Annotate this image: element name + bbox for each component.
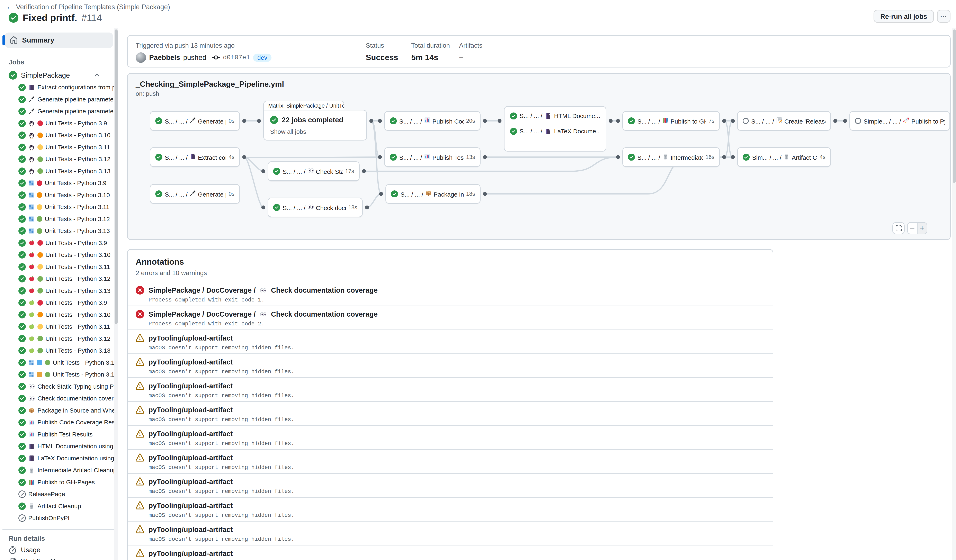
divider: [2, 53, 115, 53]
sidebar-job-row[interactable]: Generate pipeline parameters: [0, 94, 118, 105]
docs-group-row[interactable]: S... / ... / HTML Docume...55s: [510, 111, 600, 121]
annotation-title[interactable]: pyTooling/upload-artifact: [136, 382, 765, 390]
matrix-tab[interactable]: Matrix: SimplePackage / UnitTest...: [263, 100, 344, 110]
graph-node-check-doc[interactable]: S... / ... / Check docume...18s: [267, 198, 363, 217]
sidebar-job-row[interactable]: Unit Tests - Python 3.13: [0, 225, 118, 237]
commit-sha-link[interactable]: d0f07e1: [223, 54, 250, 61]
sidebar-job-row[interactable]: Unit Tests - Python 3.10: [0, 249, 118, 261]
sidebar-job-row[interactable]: Unit Tests - Python 3.12: [0, 333, 118, 345]
page-scrollbar[interactable]: [952, 28, 956, 560]
sidebar-job-row[interactable]: Publish Test Results: [0, 428, 118, 441]
graph-node-pypi[interactable]: Simple... / ... / Publish to PyPI: [849, 111, 950, 131]
graph-node-cleanup-int[interactable]: S... / ... / Intermediate A...16s: [622, 147, 720, 167]
sidebar-job-row[interactable]: Unit Tests - Python 3.10: [0, 129, 118, 141]
sidebar-job-row[interactable]: Publish Code Coverage Results: [0, 416, 118, 428]
sidebar-job-row[interactable]: Unit Tests - Python 3.12: [0, 273, 118, 285]
sidebar-item-usage[interactable]: Usage: [9, 546, 118, 554]
job-label: Unit Tests - Python 3.13: [46, 347, 110, 354]
check12-icon: [19, 227, 26, 235]
sidebar-scrollbar[interactable]: [114, 28, 118, 560]
node-prefix: S... / ... /: [165, 118, 189, 125]
annotation-title[interactable]: pyTooling/upload-artifact: [136, 525, 765, 534]
duration-value: 5m 14s: [411, 53, 450, 62]
sidebar-job-row[interactable]: Unit Tests - Python 3.11: [0, 261, 118, 273]
rerun-all-jobs-button[interactable]: Re-run all jobs: [874, 10, 934, 23]
graph-node-ghpages[interactable]: S... / ... / Publish to GH-P...7s: [622, 111, 720, 131]
sidebar-job-row[interactable]: PublishOnPyPI: [0, 512, 118, 524]
graph-node-package[interactable]: S... / ... / Package in Sou...18s: [385, 184, 481, 204]
sidebar-job-row[interactable]: Unit Tests - Python 3.9: [0, 177, 118, 189]
sidebar-job-row[interactable]: Unit Tests - Python 3.9: [0, 237, 118, 249]
annotation-title[interactable]: pyTooling/upload-artifact: [136, 430, 765, 438]
sidebar-job-row[interactable]: ReleasePage: [0, 488, 118, 500]
annotation-title[interactable]: SimplePackage / DocCoverage / Check docu…: [136, 286, 765, 295]
sidebar-job-row[interactable]: Unit Tests - Python 3.11: [0, 321, 118, 333]
annotation-title[interactable]: pyTooling/upload-artifact: [136, 549, 765, 558]
kebab-menu-button[interactable]: ⋯: [937, 10, 950, 23]
sidebar-item-workflow-file[interactable]: Workflow file: [9, 558, 118, 560]
sidebar-job-row[interactable]: Unit Tests - Python 3.12: [0, 357, 118, 369]
back-link[interactable]: ← Verification of Pipeline Templates (Si…: [6, 3, 170, 11]
sidebar-job-row[interactable]: Unit Tests - Python 3.11: [0, 201, 118, 213]
sidebar-item-summary[interactable]: Summary: [5, 33, 113, 48]
sidebar-job-row[interactable]: Unit Tests - Python 3.12: [0, 369, 118, 381]
show-all-jobs-link[interactable]: Show all jobs: [270, 128, 360, 135]
avatar[interactable]: [136, 52, 146, 63]
sidebar-job-row[interactable]: Check Static Typing using Pyt...: [0, 381, 118, 393]
job-label: Extract configurations from p...: [38, 84, 118, 91]
sidebar-job-row[interactable]: Unit Tests - Python 3.12: [0, 153, 118, 165]
sidebar-job-row[interactable]: Unit Tests - Python 3.12: [0, 213, 118, 225]
zoom-out-button[interactable]: –: [908, 223, 918, 234]
sidebar-job-row[interactable]: Unit Tests - Python 3.13: [0, 165, 118, 177]
branch-badge[interactable]: dev: [253, 53, 272, 62]
sidebar-job-row[interactable]: Check documentation covera...: [0, 392, 118, 405]
actor-login[interactable]: Paebbels: [149, 53, 180, 61]
sidebar-job-row[interactable]: Unit Tests - Python 3.9: [0, 118, 118, 129]
check12-icon: [19, 359, 26, 366]
scrollbar-thumb[interactable]: [115, 30, 118, 324]
sidebar-job-row[interactable]: Unit Tests - Python 3.10: [0, 189, 118, 201]
job-label: Unit Tests - Python 3.9: [45, 180, 106, 187]
sidebar-job-row[interactable]: Unit Tests - Python 3.13: [0, 345, 118, 357]
docs-group-row[interactable]: S... / ... / LaTeX Docume...51s: [510, 126, 600, 136]
sidebar-job-row[interactable]: Generate pipeline parameters: [0, 105, 118, 118]
job-label: Unit Tests - Python 3.10: [46, 311, 110, 318]
graph-node-pub-test[interactable]: S... / ... / Publish Test Re...13s: [384, 147, 481, 167]
git-commit-icon: [212, 53, 220, 61]
sidebar-job-row[interactable]: Intermediate Artifact Cleanup: [0, 464, 118, 476]
graph-node-gen2[interactable]: S... / ... / Generate pipelin...0s: [150, 184, 240, 204]
sidebar-job-row[interactable]: Package in Source and Wheel...: [0, 405, 118, 417]
scrollbar-thumb[interactable]: [953, 30, 956, 183]
sidebar-job-row[interactable]: Unit Tests - Python 3.9: [0, 297, 118, 309]
annotation-title[interactable]: pyTooling/upload-artifact: [136, 501, 765, 510]
annotation-row-warning: pyTooling/upload-artifactmacOS doesn't s…: [128, 377, 773, 401]
stopwatch-icon: [9, 546, 17, 554]
sidebar-job-row[interactable]: Unit Tests - Python 3.10: [0, 309, 118, 321]
annotation-title[interactable]: pyTooling/upload-artifact: [136, 406, 765, 414]
annotation-title[interactable]: pyTooling/upload-artifact: [136, 477, 765, 486]
graph-node-gen1[interactable]: S... / ... / Generate pipelin...0s: [150, 111, 240, 131]
job-label: Generate pipeline parameters: [38, 96, 118, 103]
sidebar-job-row[interactable]: Extract configurations from p...: [0, 82, 118, 94]
sidebar-job-row[interactable]: Publish to GH-Pages: [0, 476, 118, 488]
graph-node-pub-cov[interactable]: S... / ... / Publish Code C...20s: [384, 111, 481, 131]
graph-node-cleanup[interactable]: Sim... / ... / Artifact Cleanup4s: [737, 147, 831, 167]
annotation-title[interactable]: pyTooling/upload-artifact: [136, 334, 765, 342]
sidebar-job-row[interactable]: HTML Documentation using ...: [0, 440, 118, 452]
fullscreen-button[interactable]: [892, 222, 905, 234]
sidebar-job-row[interactable]: LaTeX Documentation using ...: [0, 452, 118, 464]
sidebar-group-simplepackage[interactable]: SimplePackage: [9, 71, 107, 80]
sidebar-job-row[interactable]: Unit Tests - Python 3.13: [0, 285, 118, 297]
annotation-title[interactable]: SimplePackage / DocCoverage / Check docu…: [136, 310, 765, 318]
sidebar-job-row[interactable]: Artifact Cleanup: [0, 500, 118, 512]
check12-icon: [19, 275, 26, 282]
graph-node-extract[interactable]: S... / ... / Extract configur...4s: [150, 147, 240, 167]
matrix-group-node[interactable]: 22 jobs completed Show all jobs: [263, 110, 367, 141]
zoom-in-button[interactable]: +: [918, 223, 927, 234]
graph-node-release[interactable]: S... / ... / Create 'Release Pa...: [737, 111, 831, 131]
sidebar-job-row[interactable]: Unit Tests - Python 3.11: [0, 141, 118, 154]
graph-node-check-static[interactable]: S... / ... / Check Static Ty...17s: [267, 162, 360, 181]
chevron-up-icon[interactable]: [93, 72, 101, 79]
annotation-title[interactable]: pyTooling/upload-artifact: [136, 358, 765, 366]
annotation-title[interactable]: pyTooling/upload-artifact: [136, 453, 765, 462]
